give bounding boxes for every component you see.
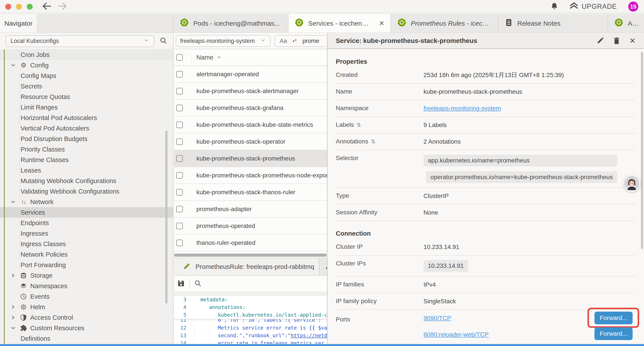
sidebar-item[interactable]: Network Policies xyxy=(0,249,173,260)
row-checkbox[interactable] xyxy=(176,223,183,229)
sidebar-item[interactable]: Runtime Classes xyxy=(0,155,173,165)
labels-count[interactable]: 9 Labels xyxy=(424,121,447,129)
row-checkbox[interactable] xyxy=(176,105,183,111)
runbook-url-link[interactable]: https://netd xyxy=(291,333,327,338)
tab-release-notes[interactable]: Release Notes xyxy=(498,14,608,33)
row-checkbox[interactable] xyxy=(176,122,183,128)
close-tab-icon[interactable]: ✕ xyxy=(379,19,384,27)
table-row[interactable]: kube-prometheus-stack-operator xyxy=(174,133,327,150)
row-checkbox[interactable] xyxy=(176,88,183,94)
row-checkbox[interactable] xyxy=(176,138,183,145)
sidebar-scrollbar[interactable] xyxy=(165,130,168,304)
table-row[interactable]: kube-prometheus-stack-grafana xyxy=(174,100,327,116)
edit-pencil-icon[interactable] xyxy=(597,37,604,44)
sidebar-item[interactable]: Resource Quotas xyxy=(0,91,173,102)
tab-pods[interactable]: Pods - icecheng@mathmas... xyxy=(173,14,288,33)
panel-scrollbar[interactable] xyxy=(641,52,643,249)
trash-icon[interactable] xyxy=(613,37,620,44)
sidebar-item[interactable]: ⚙ Config xyxy=(0,60,173,70)
sidebar-item[interactable]: Pod Disruption Budgets xyxy=(0,134,173,144)
sidebar-item-label: Limit Ranges xyxy=(20,104,58,111)
document-icon xyxy=(504,18,513,28)
regex-icon[interactable]: ▪* xyxy=(293,38,297,44)
table-row[interactable]: kube-prometheus-stack-prometheus xyxy=(174,150,327,167)
maximize-window-button[interactable] xyxy=(27,4,33,10)
sidebar-item[interactable]: Custom Resources xyxy=(0,323,173,333)
dock-tab-prometheusrule[interactable]: PrometheusRule: freeleaps-prod-rabbitmq xyxy=(174,258,319,275)
tab-argo[interactable]: Argo Se xyxy=(608,14,644,33)
row-checkbox[interactable] xyxy=(176,155,183,162)
namespace-select[interactable]: freeleaps-monitoring-system xyxy=(176,35,270,47)
sidebar-item-label: Network Policies xyxy=(20,251,68,258)
row-checkbox[interactable] xyxy=(176,206,183,212)
row-checkbox[interactable] xyxy=(176,189,183,196)
user-avatar[interactable] xyxy=(623,175,640,192)
sidebar-item[interactable]: Horizontal Pod Autoscalers xyxy=(0,113,173,123)
sidebar-item[interactable]: Endpoints xyxy=(0,218,173,228)
tab-services[interactable]: Services - icecheng@math... ✕ xyxy=(288,14,391,33)
puzzle-icon xyxy=(19,325,28,332)
close-window-button[interactable] xyxy=(5,4,11,10)
notifications-badge[interactable]: 15 xyxy=(628,1,638,11)
sorter-icon[interactable]: ⇅ xyxy=(371,138,376,145)
sidebar-item[interactable]: Leases xyxy=(0,165,173,176)
port-link-8080[interactable]: 8080:reloader-web/TCP xyxy=(424,331,488,338)
forward-icon[interactable] xyxy=(58,2,67,11)
sidebar-item[interactable]: Limit Ranges xyxy=(0,102,173,113)
port-link-9090[interactable]: 9090/TCP xyxy=(424,315,451,322)
helm-icon xyxy=(19,303,28,311)
table-row[interactable]: prometheus-operated xyxy=(174,218,327,235)
upgrade-button[interactable]: UPGRADE xyxy=(570,2,617,11)
table-row[interactable]: kube-prometheus-stack-kube-state-metrics xyxy=(174,116,327,133)
yaml-editor[interactable]: 3metadata: 4annotations: 5kubectl.kubern… xyxy=(174,296,327,344)
sidebar-item[interactable]: ↑↓ Network xyxy=(0,197,173,207)
sidebar-item[interactable]: Cron Jobs xyxy=(0,49,173,60)
minimize-window-button[interactable] xyxy=(16,4,22,10)
table-row[interactable]: prometheus-adapter xyxy=(174,201,327,218)
table-row[interactable]: alertmanager-operated xyxy=(174,66,327,83)
sidebar-item[interactable]: Config Maps xyxy=(0,70,173,81)
search-icon[interactable] xyxy=(194,280,202,288)
sidebar-item[interactable]: Vertical Pod Autoscalers xyxy=(0,123,173,134)
sidebar-item[interactable]: Definitions xyxy=(0,333,173,344)
sidebar-item[interactable]: Secrets xyxy=(0,81,173,91)
forward-button-8080[interactable]: Forward... xyxy=(594,327,632,340)
sidebar-item[interactable]: Helm xyxy=(0,302,173,312)
sidebar-item[interactable]: Port Forwarding xyxy=(0,260,173,270)
table-row[interactable]: kube-prometheus-stack-prometheus-node-ex… xyxy=(174,167,327,184)
match-case-icon[interactable]: Aa xyxy=(280,38,287,44)
sidebar-item[interactable]: Mutating Webhook Configurations xyxy=(0,176,173,186)
sorter-icon[interactable]: ⇅ xyxy=(357,122,361,128)
sidebar-item[interactable]: Validating Webhook Configurations xyxy=(0,186,173,197)
sidebar-item[interactable]: Events xyxy=(0,291,173,302)
table-row[interactable]: kube-prometheus-stack-alertmanager xyxy=(174,83,327,100)
sidebar-item[interactable]: Namespaces xyxy=(0,281,173,291)
row-checkbox[interactable] xyxy=(176,172,183,179)
sidebar-item[interactable]: Priority Classes xyxy=(0,144,173,155)
search-icon[interactable] xyxy=(160,37,168,45)
row-checkbox[interactable] xyxy=(176,240,183,246)
back-icon[interactable] xyxy=(42,2,52,11)
sidebar-item[interactable]: Ingress Classes xyxy=(0,239,173,249)
name-column-header[interactable]: Name xyxy=(196,54,222,61)
bell-icon[interactable] xyxy=(550,2,558,11)
close-icon[interactable]: ✕ xyxy=(630,36,636,45)
sidebar-item[interactable]: Access Control xyxy=(0,312,173,323)
row-checkbox[interactable] xyxy=(176,71,183,77)
horizontal-scrollbar[interactable] xyxy=(174,253,326,257)
tab-prometheus-rules[interactable]: Prometheus Rules - icecheng... xyxy=(391,14,498,33)
sidebar-item[interactable]: Storage xyxy=(0,270,173,281)
sidebar-item[interactable]: Ingresses xyxy=(0,228,173,239)
chevron-down-icon xyxy=(10,325,17,331)
search-input[interactable]: Aa ▪* prome xyxy=(274,35,325,47)
dock-tab-next[interactable] xyxy=(319,258,327,275)
namespace-link[interactable]: freeleaps-monitoring-system xyxy=(424,105,501,112)
table-row[interactable]: thanos-ruler-operated xyxy=(174,235,327,251)
save-icon[interactable] xyxy=(177,280,185,288)
annotations-count[interactable]: 2 Annotations xyxy=(424,138,461,145)
forward-button-9090[interactable]: Forward... xyxy=(594,312,632,324)
table-row[interactable]: kube-prometheus-stack-thanos-ruler xyxy=(174,184,327,201)
select-all-checkbox[interactable] xyxy=(176,54,183,61)
sidebar-item[interactable]: Services xyxy=(0,207,173,218)
kubeconfig-select[interactable]: Local Kubeconfigs xyxy=(6,35,154,47)
